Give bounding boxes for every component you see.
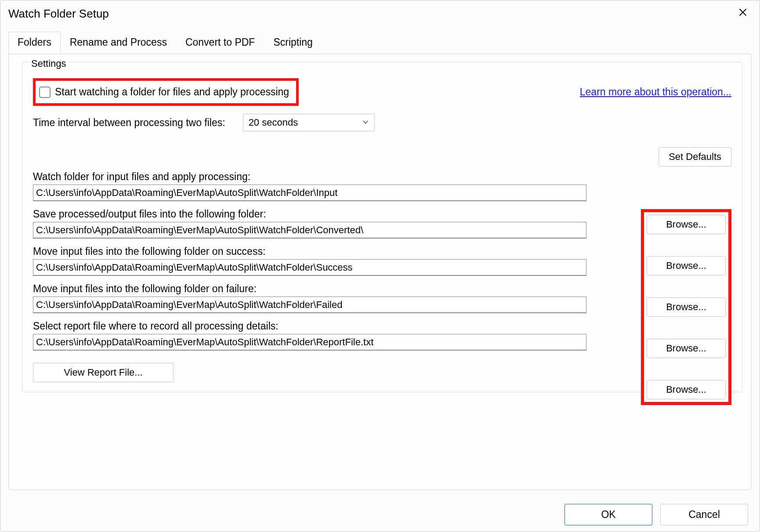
interval-select[interactable]: 20 seconds (243, 114, 375, 131)
view-report-button[interactable]: View Report File... (33, 363, 174, 382)
report-file-label: Select report file where to record all p… (33, 320, 731, 332)
start-watching-label: Start watching a folder for files and ap… (55, 86, 289, 98)
start-watching-checkbox-row[interactable]: Start watching a folder for files and ap… (33, 78, 299, 106)
failure-folder-field[interactable] (33, 297, 586, 313)
interval-value: 20 seconds (249, 117, 298, 128)
watch-folder-dialog: Watch Folder Setup Folders Rename and Pr… (0, 0, 760, 532)
close-button[interactable] (734, 5, 752, 22)
browse-success-button[interactable]: Browse... (647, 297, 726, 317)
browse-input-button[interactable]: Browse... (647, 215, 726, 234)
output-folder-field[interactable] (33, 222, 586, 239)
titlebar: Watch Folder Setup (0, 0, 760, 25)
tab-bar: Folders Rename and Process Convert to PD… (0, 31, 760, 54)
input-folder-label: Watch folder for input files and apply p… (33, 171, 731, 183)
tab-convert-pdf[interactable]: Convert to PDF (176, 32, 264, 54)
tab-folders[interactable]: Folders (8, 32, 61, 54)
tab-scripting[interactable]: Scripting (264, 32, 322, 54)
output-folder-label: Save processed/output files into the fol… (33, 208, 731, 220)
browse-buttons-highlight: Browse... Browse... Browse... Browse... … (641, 209, 731, 405)
folders-panel: Settings Start watching a folder for fil… (8, 54, 752, 490)
success-folder-field[interactable] (33, 259, 586, 276)
panel-wrap: Settings Start watching a folder for fil… (0, 54, 760, 498)
failure-folder-label: Move input files into the following fold… (33, 283, 731, 295)
success-folder-label: Move input files into the following fold… (33, 246, 731, 257)
interval-row: Time interval between processing two fil… (33, 114, 731, 131)
success-folder-block: Move input files into the following fold… (33, 246, 731, 276)
set-defaults-row: Set Defaults (33, 147, 731, 166)
failure-folder-block: Move input files into the following fold… (33, 283, 731, 313)
dialog-title: Watch Folder Setup (8, 7, 109, 21)
tab-rename-process[interactable]: Rename and Process (61, 32, 176, 54)
set-defaults-button[interactable]: Set Defaults (659, 147, 731, 166)
settings-top-row: Start watching a folder for files and ap… (33, 78, 731, 106)
output-folder-block: Save processed/output files into the fol… (33, 208, 731, 239)
cancel-button[interactable]: Cancel (660, 504, 748, 525)
browse-output-button[interactable]: Browse... (647, 256, 726, 275)
settings-group-title: Settings (29, 58, 69, 69)
browse-report-button[interactable]: Browse... (647, 380, 726, 399)
ok-button[interactable]: OK (565, 504, 652, 525)
dialog-footer: OK Cancel (0, 498, 760, 532)
learn-more-link[interactable]: Learn more about this operation... (580, 86, 731, 98)
start-watching-checkbox[interactable] (39, 87, 51, 98)
input-folder-field[interactable] (33, 185, 586, 201)
browse-failure-button[interactable]: Browse... (647, 339, 726, 358)
report-file-block: Select report file where to record all p… (33, 320, 731, 351)
report-file-field[interactable] (33, 334, 586, 351)
close-icon (738, 8, 747, 19)
input-folder-block: Watch folder for input files and apply p… (33, 171, 731, 201)
chevron-down-icon (362, 117, 369, 128)
settings-group: Settings Start watching a folder for fil… (22, 62, 742, 392)
interval-label: Time interval between processing two fil… (33, 117, 225, 129)
